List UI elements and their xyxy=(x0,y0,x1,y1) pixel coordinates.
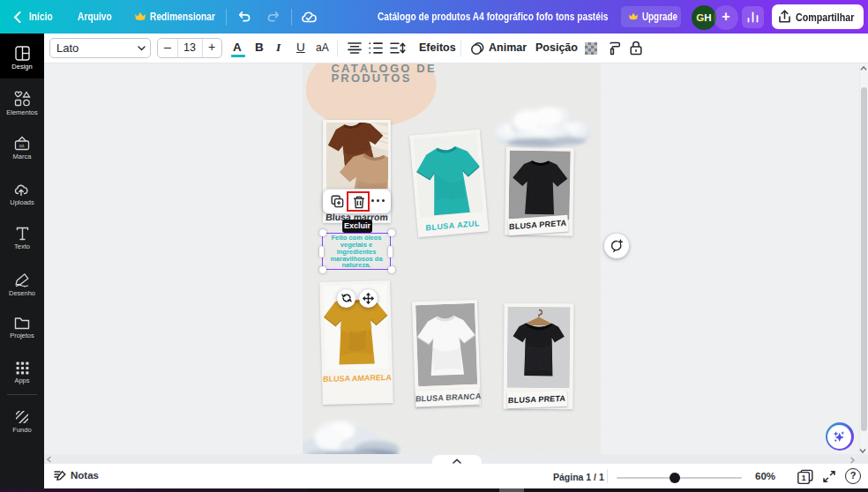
svg-text:co.: co. xyxy=(19,143,26,148)
svg-text:1: 1 xyxy=(802,473,806,482)
